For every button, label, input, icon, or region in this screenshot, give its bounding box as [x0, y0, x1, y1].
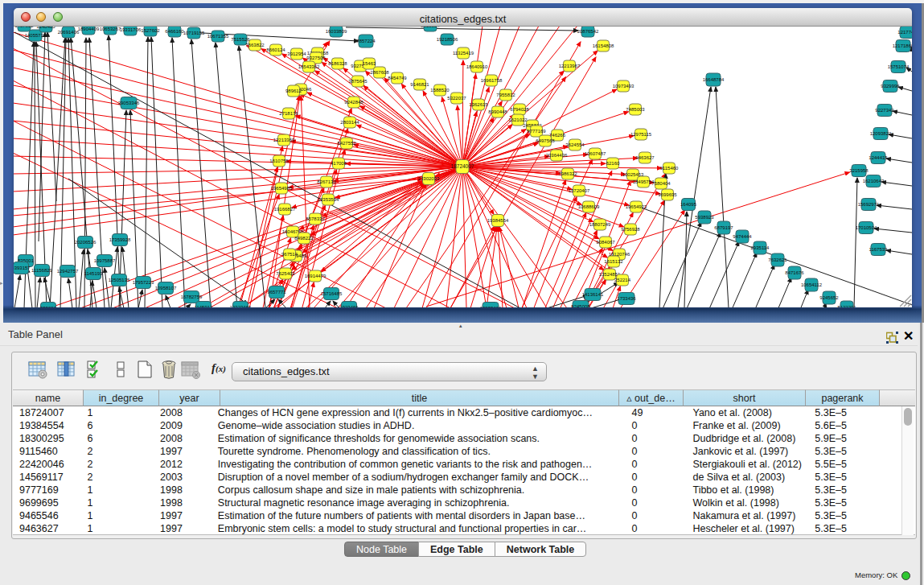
- svg-text:18904409: 18904409: [78, 27, 100, 31]
- svg-text:12505135: 12505135: [109, 278, 130, 282]
- svg-text:19331706: 19331706: [120, 27, 142, 32]
- svg-text:7857224: 7857224: [356, 39, 376, 43]
- svg-text:19384554: 19384554: [487, 218, 509, 223]
- svg-text:7515526: 7515526: [231, 37, 250, 42]
- svg-text:18640910: 18640910: [466, 64, 488, 69]
- svg-text:1362615: 1362615: [469, 102, 488, 107]
- svg-text:20364436: 20364436: [546, 153, 568, 158]
- svg-text:9657771: 9657771: [267, 290, 286, 295]
- svg-text:3624554: 3624554: [565, 142, 585, 147]
- svg-text:7632621: 7632621: [768, 257, 787, 262]
- svg-text:1145193: 1145193: [84, 271, 104, 276]
- svg-text:10671355: 10671355: [207, 34, 229, 39]
- svg-text:12323466: 12323466: [230, 305, 252, 307]
- svg-text:11325419: 11325419: [453, 51, 474, 56]
- svg-text:9242848: 9242848: [344, 100, 363, 105]
- svg-text:967514: 967514: [281, 252, 298, 257]
- svg-text:1615132: 1615132: [604, 259, 623, 264]
- svg-text:9146821: 9146821: [410, 82, 429, 87]
- svg-text:935001: 935001: [40, 306, 57, 307]
- svg-text:8660124: 8660124: [266, 47, 285, 52]
- svg-text:19654923: 19654923: [626, 204, 647, 209]
- svg-text:23302033: 23302033: [418, 176, 440, 181]
- svg-text:18724007: 18724007: [451, 163, 474, 169]
- svg-text:16543362: 16543362: [298, 64, 320, 69]
- svg-text:6794028: 6794028: [510, 107, 529, 112]
- svg-text:8186328: 8186328: [328, 61, 347, 66]
- svg-text:11156829: 11156829: [31, 268, 52, 273]
- svg-text:7580404: 7580404: [651, 181, 671, 186]
- svg-text:8471676: 8471676: [785, 270, 804, 275]
- svg-text:20691406: 20691406: [58, 30, 80, 35]
- svg-text:2867608: 2867608: [370, 70, 389, 75]
- svg-text:746266: 746266: [549, 133, 566, 138]
- svg-text:1145912: 1145912: [195, 305, 214, 307]
- svg-text:16154808: 16154808: [593, 43, 614, 48]
- svg-text:12213967: 12213967: [559, 64, 581, 68]
- svg-text:16648784: 16648784: [703, 77, 725, 82]
- svg-text:9756928: 9756928: [621, 227, 640, 232]
- svg-text:9245008: 9245008: [571, 304, 590, 307]
- svg-text:62160: 62160: [606, 161, 620, 166]
- svg-text:9329996: 9329996: [881, 84, 900, 89]
- svg-text:3912954: 3912954: [287, 51, 306, 56]
- svg-text:19166827: 19166827: [274, 207, 296, 212]
- svg-text:8427552: 8427552: [337, 141, 356, 146]
- svg-text:15692971: 15692971: [858, 202, 880, 207]
- svg-text:19654985: 19654985: [271, 186, 293, 191]
- svg-text:16961758: 16961758: [481, 78, 503, 83]
- svg-text:989612: 989612: [285, 89, 302, 93]
- svg-text:15463: 15463: [363, 61, 376, 66]
- svg-text:7663822: 7663822: [245, 43, 265, 47]
- svg-text:9227342: 9227342: [875, 108, 894, 113]
- svg-text:2803144: 2803144: [340, 120, 359, 125]
- svg-text:9245652: 9245652: [819, 295, 839, 300]
- svg-text:5322037: 5322037: [447, 96, 466, 101]
- svg-text:12171860: 12171860: [893, 43, 912, 48]
- svg-text:29053346: 29053346: [118, 101, 140, 105]
- svg-text:12353594: 12353594: [318, 197, 339, 202]
- svg-text:10958107: 10958107: [155, 286, 177, 290]
- svg-text:1527602: 1527602: [141, 28, 160, 33]
- svg-text:1923466: 1923466: [339, 305, 359, 307]
- svg-text:20876542: 20876542: [577, 29, 599, 34]
- svg-text:8393157: 8393157: [14, 266, 31, 270]
- svg-text:10973493: 10973493: [613, 84, 634, 89]
- svg-text:7955812: 7955812: [496, 93, 515, 97]
- svg-text:2718176: 2718176: [279, 111, 298, 116]
- svg-text:1167533: 1167533: [869, 247, 889, 252]
- svg-text:9777169: 9777169: [527, 129, 546, 134]
- svg-text:1621022: 1621022: [508, 117, 528, 122]
- svg-text:15720407: 15720407: [569, 188, 590, 193]
- svg-text:1610755: 1610755: [269, 159, 289, 163]
- svg-text:8498222: 8498222: [294, 236, 314, 241]
- svg-text:6497568: 6497568: [536, 138, 555, 143]
- svg-text:3215958: 3215958: [849, 168, 869, 173]
- svg-text:17957223: 17957223: [133, 280, 154, 285]
- svg-text:10975887: 10975887: [94, 258, 116, 263]
- svg-text:2935114: 2935114: [751, 245, 770, 250]
- svg-text:19218506: 19218506: [437, 37, 458, 42]
- svg-text:17359928: 17359928: [109, 237, 131, 242]
- svg-text:8267130: 8267130: [317, 179, 336, 184]
- svg-text:6466160: 6466160: [165, 29, 184, 34]
- svg-text:15751074: 15751074: [888, 64, 910, 69]
- svg-text:164095: 164095: [680, 202, 697, 207]
- svg-text:9474444: 9474444: [733, 234, 752, 239]
- svg-text:16782759: 16782759: [181, 295, 203, 299]
- svg-text:1437812: 1437812: [14, 27, 34, 28]
- svg-text:12093822: 12093822: [870, 131, 892, 136]
- svg-text:1588520: 1588520: [430, 88, 450, 93]
- svg-text:20206526: 20206526: [75, 240, 97, 245]
- svg-text:14055712: 14055712: [25, 33, 47, 38]
- svg-text:16033809: 16033809: [326, 29, 347, 34]
- svg-text:6879197: 6879197: [714, 225, 733, 230]
- svg-text:16210643: 16210643: [863, 179, 885, 183]
- svg-text:1248405: 1248405: [36, 27, 55, 29]
- svg-text:14136141: 14136141: [582, 292, 604, 297]
- svg-text:12033466: 12033466: [480, 306, 502, 307]
- svg-text:7485003: 7485003: [626, 107, 645, 112]
- svg-text:5938923: 5938923: [695, 215, 714, 220]
- svg-text:17010504: 17010504: [856, 225, 877, 230]
- svg-text:1733436: 1733436: [617, 296, 636, 301]
